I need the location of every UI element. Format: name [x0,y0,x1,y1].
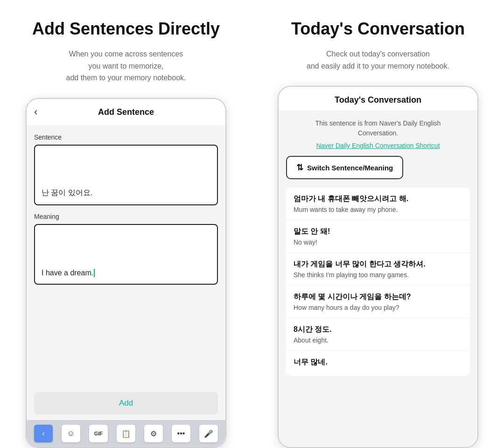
conv-english-1: Mum wants to take away my phone. [294,206,462,213]
conv-header-title: Today's Conversation [286,95,470,105]
conv-source-text: This sentence is from Naver's Daily Engl… [286,119,470,138]
left-panel: Add Sentences Directly When you come acr… [0,0,252,448]
back-button[interactable]: ‹ [34,106,37,118]
conv-korean-5: 8시간 정도. [294,325,462,335]
conv-item-1: 엄마가 내 휴대폰 빼앗으시려고 해. Mum wants to take aw… [286,188,470,220]
conv-item-5: 8시간 정도. About eight. [286,318,470,351]
add-button[interactable]: Add [34,392,218,414]
conv-item-2: 말도 안 돼! No way! [286,220,470,253]
conv-korean-1: 엄마가 내 휴대폰 빼앗으시려고 해. [294,194,462,204]
left-phone-screen: ‹ Add Sentence Sentence 난 꿈이 있어요. Meanin… [27,99,225,447]
conv-item-6: 너무 많네. [286,351,470,376]
keyboard-back-btn[interactable]: ‹ [34,425,53,442]
conversation-list: 엄마가 내 휴대폰 빼앗으시려고 해. Mum wants to take aw… [286,188,470,376]
keyboard-clipboard-btn[interactable]: 📋 [117,425,135,442]
conv-korean-2: 말도 안 돼! [294,227,462,237]
conv-korean-4: 하루에 몇 시간이나 게임을 하는데? [294,292,462,302]
conv-item-4: 하루에 몇 시간이나 게임을 하는데? How many hours a day… [286,286,470,318]
phone-header-title: Add Sentence [98,107,154,117]
switch-button[interactable]: ⇅ Switch Sentence/Meaning [286,156,403,179]
right-phone-mockup: Today's Conversation This sentence is fr… [278,86,478,448]
keyboard-bar: ‹ ☺ GIF 📋 ⚙ ••• 🎤 [27,420,225,447]
right-panel-title: Today's Conversation [291,19,465,39]
left-phone-mockup: ‹ Add Sentence Sentence 난 꿈이 있어요. Meanin… [26,98,226,448]
right-panel: Today's Conversation Check out today's c… [252,0,504,448]
switch-button-label: Switch Sentence/Meaning [307,164,393,172]
keyboard-settings-btn[interactable]: ⚙ [144,425,163,442]
meaning-text: I have a dream. [42,269,93,277]
left-panel-desc: When you come across sentencesyou want t… [66,48,186,84]
text-cursor [94,269,95,277]
keyboard-mic-btn[interactable]: 🎤 [199,425,218,442]
meaning-textarea[interactable]: I have a dream. [34,224,218,285]
switch-icon: ⇅ [296,162,303,173]
phone-body: Sentence 난 꿈이 있어요. Meaning I have a drea… [27,126,225,386]
conv-body: This sentence is from Naver's Daily Engl… [279,111,477,447]
add-btn-container: Add [27,386,225,420]
conv-english-2: No way! [294,238,462,246]
conv-english-3: She thinks I'm playing too many games. [294,271,462,279]
conv-korean-6: 너무 많네. [294,357,462,367]
conv-item-3: 내가 게임을 너무 많이 한다고 생각하셔. She thinks I'm pl… [286,253,470,286]
conv-korean-3: 내가 게임을 너무 많이 한다고 생각하셔. [294,259,462,269]
right-phone-screen: Today's Conversation This sentence is fr… [279,87,477,447]
conv-english-4: How many hours a day do you play? [294,304,462,311]
sentence-label: Sentence [34,133,218,141]
sentence-text: 난 꿈이 있어요. [42,188,92,198]
left-panel-title: Add Sentences Directly [32,19,220,39]
conv-link[interactable]: Naver Daily English Conversation Shortcu… [286,142,470,149]
phone-header: ‹ Add Sentence [27,99,225,126]
conv-header: Today's Conversation [279,87,477,111]
keyboard-gif-btn[interactable]: GIF [89,425,108,442]
conv-english-5: About eight. [294,336,462,344]
meaning-label: Meaning [34,213,218,220]
keyboard-emoji-btn[interactable]: ☺ [62,425,80,442]
sentence-textarea[interactable]: 난 꿈이 있어요. [34,145,218,205]
keyboard-more-btn[interactable]: ••• [172,425,190,442]
right-panel-desc: Check out today's conversationand easily… [307,48,449,72]
